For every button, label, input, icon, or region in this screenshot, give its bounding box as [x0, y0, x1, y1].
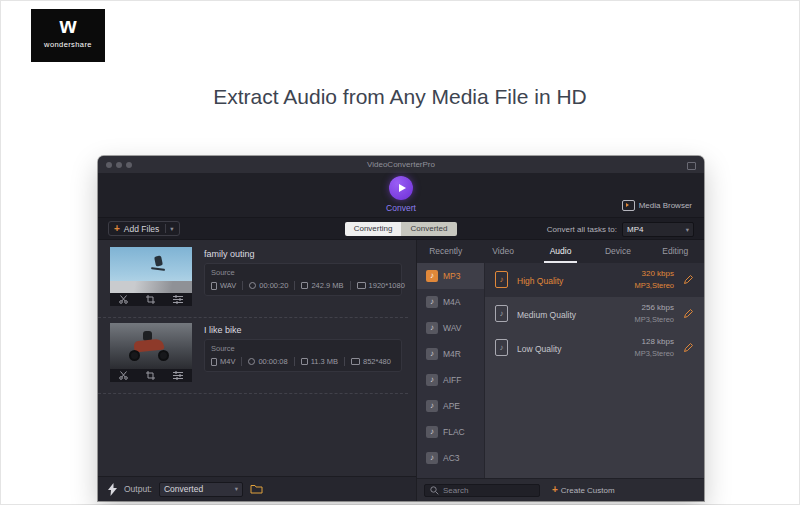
- duration-icon: [248, 358, 255, 365]
- format-category-tabs: Recently Video Audio Device Editing: [417, 240, 704, 263]
- audio-format-icon: ♪: [426, 400, 438, 412]
- main-content: family outing Source WAV 00:00:20: [98, 240, 704, 501]
- quality-detail: MP3,Stereo: [634, 315, 674, 324]
- skater-silhouette: [154, 255, 163, 266]
- tab-converting[interactable]: Converting: [345, 222, 401, 236]
- video-thumbnail[interactable]: [110, 247, 192, 293]
- media-browser-label: Media Browser: [639, 201, 692, 210]
- video-list: family outing Source WAV 00:00:20: [98, 240, 416, 476]
- resolution-icon: [351, 358, 360, 365]
- edit-preset-icon[interactable]: [683, 274, 695, 286]
- quality-item-medium[interactable]: ♪ Medium Quality 256 kbps MP3,Stereo: [485, 297, 704, 331]
- tab-editing[interactable]: Editing: [647, 240, 704, 263]
- audio-format-icon: ♪: [426, 426, 438, 438]
- output-dropdown[interactable]: Converted ▾: [159, 482, 243, 497]
- effects-icon[interactable]: [173, 295, 183, 304]
- edit-preset-icon[interactable]: [683, 308, 695, 320]
- format-browser: ♪MP3 ♪M4A ♪WAV ♪M4R ♪AIFF ♪APE ♪FLAC ♪AC…: [417, 263, 704, 478]
- format-label: WAV: [443, 323, 461, 333]
- source-format: WAV: [220, 281, 236, 290]
- divider: [294, 357, 295, 366]
- tab-recently[interactable]: Recently: [417, 240, 474, 263]
- source-details: M4V 00:00:08 11.3 MB 852*480: [211, 357, 395, 366]
- tab-audio[interactable]: Audio: [532, 240, 589, 263]
- search-input[interactable]: Search: [424, 484, 540, 497]
- format-item-mp3[interactable]: ♪MP3: [417, 263, 484, 289]
- wondershare-logo: w wondershare: [31, 9, 105, 62]
- page-title: Extract Audio from Any Media File in HD: [1, 85, 799, 109]
- divider: [294, 281, 295, 290]
- divider: [165, 224, 166, 233]
- format-item-m4r[interactable]: ♪M4R: [417, 341, 484, 367]
- close-window-button[interactable]: [106, 162, 112, 168]
- format-item-ape[interactable]: ♪APE: [417, 393, 484, 419]
- file-size-icon: [301, 358, 308, 365]
- file-format-icon: [211, 358, 217, 366]
- format-item-m4a[interactable]: ♪M4A: [417, 289, 484, 315]
- wondershare-logo-mark-icon: w: [31, 15, 105, 37]
- target-format-dropdown[interactable]: MP4 ▾: [622, 222, 694, 237]
- chevron-down-icon[interactable]: ▾: [170, 225, 173, 233]
- audio-format-icon: ♪: [426, 322, 438, 334]
- crop-icon[interactable]: [146, 371, 155, 380]
- source-info-box: Source M4V 00:00:08 11.3 MB: [204, 339, 402, 372]
- video-item[interactable]: family outing Source WAV 00:00:20: [98, 242, 408, 318]
- tab-video[interactable]: Video: [474, 240, 531, 263]
- format-label: FLAC: [443, 427, 465, 437]
- trim-icon[interactable]: [119, 371, 128, 380]
- plus-icon: +: [114, 224, 120, 234]
- wheel-silhouette: [158, 350, 169, 361]
- add-files-label: Add Files: [124, 224, 159, 234]
- edit-preset-icon[interactable]: [683, 342, 695, 354]
- crop-icon[interactable]: [146, 295, 155, 304]
- audio-format-list: ♪MP3 ♪M4A ♪WAV ♪M4R ♪AIFF ♪APE ♪FLAC ♪AC…: [417, 263, 485, 478]
- high-speed-icon[interactable]: [108, 483, 117, 496]
- quality-bitrate: 320 kbps: [634, 269, 674, 278]
- audio-format-icon: ♪: [426, 296, 438, 308]
- quality-item-low[interactable]: ♪ Low Quality 128 kbps MP3,Stereo: [485, 331, 704, 365]
- format-item-ac3[interactable]: ♪AC3: [417, 445, 484, 471]
- file-format-icon: [211, 282, 217, 290]
- format-label: AC3: [443, 453, 460, 463]
- divider: [242, 281, 243, 290]
- quality-meta: 320 kbps MP3,Stereo: [634, 269, 674, 290]
- media-browser-button[interactable]: Media Browser: [622, 200, 692, 211]
- source-resolution: 852*480: [363, 357, 391, 366]
- duration-icon: [249, 282, 256, 289]
- zoom-window-button[interactable]: [126, 162, 132, 168]
- video-item[interactable]: I like bike Source M4V 00:00:08: [98, 318, 408, 394]
- video-thumbnail[interactable]: [110, 323, 192, 369]
- divider: [241, 357, 242, 366]
- effects-icon[interactable]: [173, 371, 183, 380]
- minimize-window-button[interactable]: [116, 162, 122, 168]
- source-label: Source: [211, 268, 395, 277]
- format-panel-footer: Search + Create Custom: [417, 478, 704, 501]
- quality-item-high[interactable]: ♪ High Quality 320 kbps MP3,Stereo: [485, 263, 704, 297]
- resolution-icon: [357, 282, 366, 289]
- trim-icon[interactable]: [119, 295, 128, 304]
- quality-name: Medium Quality: [517, 310, 576, 320]
- add-files-button[interactable]: + Add Files ▾: [108, 221, 180, 236]
- format-label: M4R: [443, 349, 461, 359]
- open-folder-icon[interactable]: [250, 484, 263, 494]
- window-options-icon[interactable]: [687, 162, 696, 170]
- format-item-aiff[interactable]: ♪AIFF: [417, 367, 484, 393]
- preset-file-icon: ♪: [495, 339, 508, 356]
- create-custom-button[interactable]: + Create Custom: [552, 485, 615, 495]
- quality-meta: 128 kbps MP3,Stereo: [634, 337, 674, 358]
- source-size: 242.9 MB: [311, 281, 343, 290]
- quality-name: High Quality: [517, 276, 563, 286]
- tab-converted[interactable]: Converted: [401, 222, 457, 236]
- file-size-icon: [301, 282, 308, 289]
- source-info-box: Source WAV 00:00:20 242.9 MB: [204, 263, 402, 296]
- tab-convert[interactable]: Convert: [366, 176, 436, 213]
- tab-device[interactable]: Device: [589, 240, 646, 263]
- search-icon: [430, 486, 439, 495]
- video-edit-toolbar: [110, 293, 192, 306]
- target-format-value: MP4: [627, 225, 643, 234]
- format-item-flac[interactable]: ♪FLAC: [417, 419, 484, 445]
- ramp-silhouette: [110, 281, 192, 293]
- quality-meta: 256 kbps MP3,Stereo: [634, 303, 674, 324]
- format-item-wav[interactable]: ♪WAV: [417, 315, 484, 341]
- source-resolution: 1920*1080: [369, 281, 405, 290]
